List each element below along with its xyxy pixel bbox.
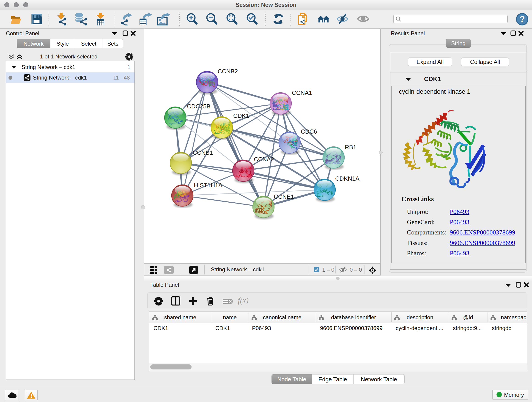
- svg-text:CDC25B: CDC25B: [187, 103, 210, 110]
- svg-text:?: ?: [519, 14, 525, 24]
- svg-text:CCNA1: CCNA1: [292, 89, 312, 96]
- svg-text:RB1: RB1: [345, 144, 356, 151]
- svg-text:CCNB2: CCNB2: [218, 68, 238, 75]
- svg-text:CCNE1: CCNE1: [274, 193, 294, 200]
- svg-text:CDC6: CDC6: [301, 128, 317, 135]
- svg-text:CCNB1: CCNB1: [193, 149, 213, 156]
- svg-text:CDKN1A: CDKN1A: [335, 175, 360, 182]
- svg-text:CCNA2: CCNA2: [254, 156, 274, 163]
- svg-text:CDK1: CDK1: [233, 112, 249, 119]
- svg-text:HIST1H1A: HIST1H1A: [194, 182, 222, 189]
